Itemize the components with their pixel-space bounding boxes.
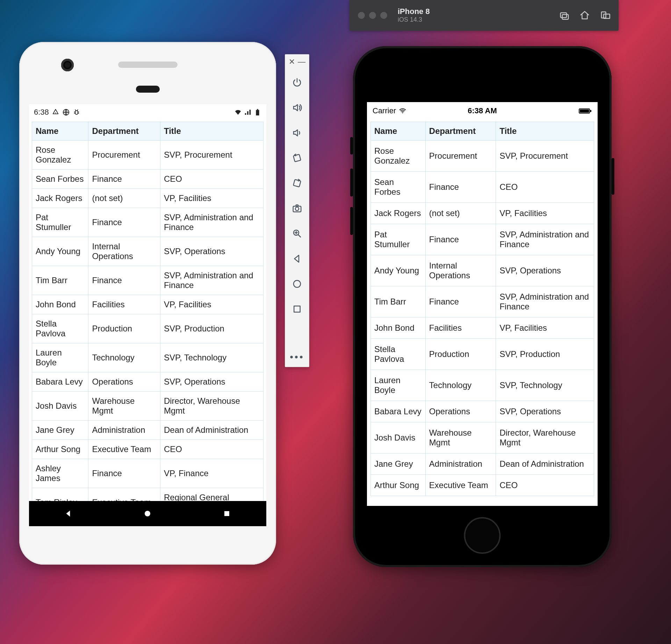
cell-name: Babara Levy xyxy=(371,401,426,422)
rotate-left-icon[interactable] xyxy=(289,150,305,166)
col-name-header: Name xyxy=(371,122,426,141)
sim-screenshot-icon[interactable] xyxy=(559,10,570,21)
emu-overview-icon[interactable] xyxy=(289,301,305,317)
iphone-home-button[interactable] xyxy=(464,517,501,554)
table-row[interactable]: Tim BarrFinanceSVP, Administration and F… xyxy=(371,286,594,317)
sim-rotate-icon[interactable] xyxy=(600,10,610,21)
iphone-volume-down[interactable] xyxy=(350,207,353,235)
col-department-header: Department xyxy=(425,122,496,141)
android-recents-button[interactable] xyxy=(215,507,239,521)
cell-title: SVP, Administration and Finance xyxy=(160,266,263,295)
table-row[interactable]: Sean ForbesFinanceCEO xyxy=(371,172,594,203)
cell-name: Jack Rogers xyxy=(32,189,88,208)
wifi-icon xyxy=(234,108,242,116)
ios-clock: 6:38 AM xyxy=(446,106,519,115)
table-row[interactable]: Pat StumullerFinanceSVP, Administration … xyxy=(32,208,264,237)
window-traffic-lights[interactable] xyxy=(358,12,387,19)
table-row[interactable]: Jane GreyAdministrationDean of Administr… xyxy=(32,421,264,440)
table-row[interactable]: Andy YoungInternal OperationsSVP, Operat… xyxy=(371,255,594,286)
screenshot-icon[interactable] xyxy=(289,201,305,216)
ios-app-content[interactable]: Name Department Title Rose GonzalezProcu… xyxy=(367,120,598,506)
cell-name: Jane Grey xyxy=(32,421,88,440)
table-row[interactable]: John BondFacilitiesVP, Facilities xyxy=(32,295,264,314)
table-row[interactable]: Andy YoungInternal OperationsSVP, Operat… xyxy=(32,237,264,266)
cell-department: Administration xyxy=(88,421,160,440)
table-row[interactable]: Arthur SongExecutive TeamCEO xyxy=(371,475,594,496)
cell-department: Technology xyxy=(88,343,160,372)
table-row[interactable]: Lauren BoyleTechnologySVP, Technology xyxy=(32,343,264,372)
table-row[interactable]: Sean ForbesFinanceCEO xyxy=(32,170,264,189)
table-row[interactable]: Pat StumullerFinanceSVP, Administration … xyxy=(371,224,594,255)
rotate-right-icon[interactable] xyxy=(289,176,305,191)
svg-rect-20 xyxy=(580,109,589,113)
emu-home-icon[interactable] xyxy=(289,276,305,292)
table-row[interactable]: Ashley JamesFinanceVP, Finance xyxy=(32,459,264,488)
table-row[interactable]: Jack Rogers(not set)VP, Facilities xyxy=(32,189,264,208)
table-row[interactable]: Rose GonzalezProcurementSVP, Procurement xyxy=(32,141,264,170)
cell-department: Executive Team xyxy=(88,488,160,501)
cell-title: VP, Facilities xyxy=(160,295,263,314)
simulator-title: iPhone 8 iOS 14.3 xyxy=(398,7,430,24)
table-row[interactable]: Josh DavisWarehouse MgmtDirector, Wareho… xyxy=(371,422,594,453)
svg-point-5 xyxy=(145,511,150,516)
table-row[interactable]: Jane GreyAdministrationDean of Administr… xyxy=(371,453,594,475)
contacts-table-ios[interactable]: Name Department Title Rose GonzalezProcu… xyxy=(370,122,594,496)
sim-home-icon[interactable] xyxy=(579,10,590,21)
volume-down-icon[interactable] xyxy=(289,125,305,141)
table-row[interactable]: Lauren BoyleTechnologySVP, Technology xyxy=(371,370,594,401)
iphone-volume-up[interactable] xyxy=(350,169,353,196)
globe-icon xyxy=(62,108,70,116)
table-row[interactable]: Rose GonzalezProcurementSVP, Procurement xyxy=(371,141,594,172)
battery-icon xyxy=(579,107,592,115)
android-home-button[interactable] xyxy=(135,507,160,521)
android-status-bar: 6:38 xyxy=(29,104,266,120)
emu-back-icon[interactable] xyxy=(289,251,305,266)
table-row[interactable]: John BondFacilitiesVP, Facilities xyxy=(371,317,594,339)
table-row[interactable]: Arthur SongExecutive TeamCEO xyxy=(32,440,264,459)
cell-department: Operations xyxy=(425,401,496,422)
zoom-icon[interactable] xyxy=(289,226,305,241)
emu-more-icon[interactable]: ••• xyxy=(290,351,304,363)
cell-title: VP, Facilities xyxy=(160,189,263,208)
col-name-header: Name xyxy=(32,122,88,141)
cell-department: Finance xyxy=(88,208,160,237)
cell-name: Arthur Song xyxy=(32,440,88,459)
android-emulator-toolbar: ✕ — ••• xyxy=(285,54,309,367)
table-row[interactable]: Stella PavlovaProductionSVP, Production xyxy=(32,314,264,343)
cell-name: Josh Davis xyxy=(32,392,88,421)
volume-up-icon[interactable] xyxy=(289,100,305,115)
table-row[interactable]: Tim BarrFinanceSVP, Administration and F… xyxy=(32,266,264,295)
cell-title: Regional General Manager xyxy=(160,488,263,501)
window-minimize-icon[interactable] xyxy=(369,12,376,19)
table-row[interactable]: Babara LevyOperationsSVP, Operations xyxy=(371,401,594,422)
android-app-content[interactable]: Name Department Title Rose GonzalezProcu… xyxy=(29,120,266,501)
emu-minimize-button[interactable]: — xyxy=(298,57,305,66)
table-row[interactable]: Josh DavisWarehouse MgmtDirector, Wareho… xyxy=(32,392,264,421)
cell-title: SVP, Technology xyxy=(496,370,594,401)
cell-name: Lauren Boyle xyxy=(32,343,88,372)
ios-simulator-titlebar[interactable]: iPhone 8 iOS 14.3 xyxy=(349,0,619,31)
power-icon[interactable] xyxy=(289,75,305,90)
table-row[interactable]: Babara LevyOperationsSVP, Operations xyxy=(32,372,264,392)
cell-title: SVP, Operations xyxy=(160,237,263,266)
cell-department: Internal Operations xyxy=(425,255,496,286)
emu-close-button[interactable]: ✕ xyxy=(289,57,295,66)
contacts-table-android[interactable]: Name Department Title Rose GonzalezProcu… xyxy=(32,122,264,501)
cell-name: John Bond xyxy=(32,295,88,314)
cell-name: Lauren Boyle xyxy=(371,370,426,401)
cell-name: Josh Davis xyxy=(371,422,426,453)
cell-name: Stella Pavlova xyxy=(371,339,426,370)
iphone-mute-switch[interactable] xyxy=(350,137,353,155)
cell-name: Sean Forbes xyxy=(32,170,88,189)
window-zoom-icon[interactable] xyxy=(380,12,387,19)
window-close-icon[interactable] xyxy=(358,12,365,19)
android-screen: 6:38 xyxy=(29,104,266,526)
pixel-camera xyxy=(61,59,74,71)
table-row[interactable]: Stella PavlovaProductionSVP, Production xyxy=(371,339,594,370)
android-back-button[interactable] xyxy=(56,507,81,521)
table-row[interactable]: Jack Rogers(not set)VP, Facilities xyxy=(371,203,594,224)
cell-department: Production xyxy=(425,339,496,370)
table-row[interactable]: Tom RipleyExecutive TeamRegional General… xyxy=(32,488,264,501)
svg-rect-21 xyxy=(590,110,591,112)
iphone-power-button[interactable] xyxy=(612,158,614,195)
